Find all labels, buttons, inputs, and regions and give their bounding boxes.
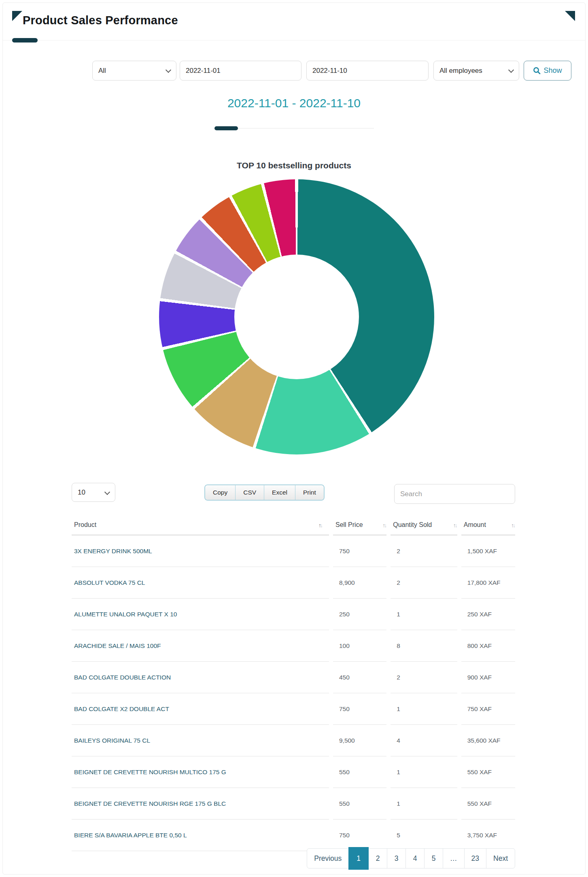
product-cell: 3X ENERGY DRINK 500ML (72, 535, 329, 567)
table-row: BAILEYS ORIGINAL 75 CL9,500435,600 XAF (72, 725, 515, 756)
value-cell: 4 (391, 725, 457, 756)
column-label: Sell Price (335, 521, 363, 528)
export-button-copy[interactable]: Copy (205, 485, 236, 500)
product-cell: ARACHIDE SALE / MAIS 100F (72, 630, 329, 662)
product-cell: BAD COLGATE DOUBLE ACTION (72, 662, 329, 693)
value-cell: 550 (333, 788, 386, 820)
chart-title: TOP 10 bestselling products (0, 161, 588, 170)
header-accent-bar (12, 38, 38, 42)
page-length-select[interactable]: 10 (72, 483, 115, 502)
table-row: 3X ENERGY DRINK 500ML75021,500 XAF (72, 535, 515, 567)
header-divider (3, 40, 585, 40)
employees-select-wrap: All employees (433, 61, 519, 81)
table-row: BEIGNET DE CREVETTE NOURISH MULTICO 175 … (72, 756, 515, 788)
export-button-csv[interactable]: CSV (236, 485, 264, 500)
value-cell: 550 (333, 756, 386, 788)
product-cell: BAILEYS ORIGINAL 75 CL (72, 725, 329, 756)
table-row: BIERE S/A BAVARIA APPLE BTE 0,50 L75053,… (72, 820, 515, 851)
page-button-23[interactable]: 23 (464, 848, 486, 869)
product-cell: BAD COLGATE X2 DOUBLE ACT (72, 693, 329, 725)
value-cell: 5 (391, 820, 457, 851)
donut-chart[interactable] (159, 179, 434, 454)
export-button-group: CopyCSVExcelPrint (204, 484, 325, 501)
column-label: Amount (464, 521, 486, 528)
value-cell: 8 (391, 630, 457, 662)
value-cell: 1 (391, 788, 457, 820)
sort-icon: ↑↓ (382, 522, 386, 529)
column-label: Product (74, 521, 96, 528)
table-row: ARACHIDE SALE / MAIS 100F1008800 XAF (72, 630, 515, 662)
column-header-amount[interactable]: Amount↑↓ (461, 517, 515, 535)
value-cell: 1 (391, 693, 457, 725)
page-button-4[interactable]: 4 (405, 848, 425, 869)
column-header-quantity-sold[interactable]: Quantity Sold↑↓ (391, 517, 457, 535)
value-cell: 17,800 XAF (461, 567, 515, 599)
value-cell: 9,500 (333, 725, 386, 756)
value-cell: 35,600 XAF (461, 725, 515, 756)
page-title: Product Sales Performance (23, 14, 178, 27)
product-cell: ABSOLUT VODKA 75 CL (72, 567, 329, 599)
range-divider (214, 128, 374, 129)
value-cell: 1 (391, 599, 457, 630)
value-cell: 750 (333, 693, 386, 725)
sort-icon: ↑↓ (453, 522, 456, 529)
page-button-2[interactable]: 2 (368, 848, 387, 869)
product-cell: BEIGNET DE CREVETTE NOURISH RGE 175 G BL… (72, 788, 329, 820)
value-cell: 2 (391, 567, 457, 599)
pagination-ellipsis: … (443, 848, 465, 869)
value-cell: 1 (391, 756, 457, 788)
date-to-input[interactable] (306, 61, 429, 81)
product-cell: BIERE S/A BAVARIA APPLE BTE 0,50 L (72, 820, 329, 851)
products-table: Product↑↓Sell Price↑↓Quantity Sold↑↓Amou… (68, 517, 519, 851)
table-header-row: Product↑↓Sell Price↑↓Quantity Sold↑↓Amou… (72, 517, 515, 535)
value-cell: 900 XAF (461, 662, 515, 693)
page-length-select-wrap: 10 (72, 483, 115, 503)
value-cell: 550 XAF (461, 756, 515, 788)
value-cell: 2 (391, 535, 457, 567)
search-icon (533, 67, 541, 74)
corner-triangle-icon (12, 11, 22, 21)
value-cell: 250 XAF (461, 599, 515, 630)
search-input[interactable] (394, 484, 515, 504)
date-from-input[interactable] (180, 61, 301, 81)
product-cell: ALUMETTE UNALOR PAQUET X 10 (72, 599, 329, 630)
previous-button[interactable]: Previous (307, 848, 349, 869)
value-cell: 8,900 (333, 567, 386, 599)
export-button-excel[interactable]: Excel (264, 485, 295, 500)
export-button-print[interactable]: Print (295, 485, 324, 500)
corner-triangle-icon (565, 11, 575, 21)
table-row: BAD COLGATE DOUBLE ACTION4502900 XAF (72, 662, 515, 693)
date-range-title: 2022-11-01 - 2022-11-10 (0, 96, 588, 110)
column-label: Quantity Sold (393, 521, 432, 528)
pagination: Previous12345…23Next (307, 847, 515, 870)
sort-icon: ↑↓ (318, 522, 322, 529)
range-accent-bar (214, 126, 238, 130)
value-cell: 1,500 XAF (461, 535, 515, 567)
value-cell: 2 (391, 662, 457, 693)
column-header-sell-price[interactable]: Sell Price↑↓ (333, 517, 386, 535)
value-cell: 250 (333, 599, 386, 630)
value-cell: 550 XAF (461, 788, 515, 820)
value-cell: 750 XAF (461, 693, 515, 725)
page-button-5[interactable]: 5 (424, 848, 443, 869)
page-button-1[interactable]: 1 (348, 847, 369, 870)
page-button-3[interactable]: 3 (387, 848, 406, 869)
next-button[interactable]: Next (486, 848, 515, 869)
value-cell: 800 XAF (461, 630, 515, 662)
category-select-wrap: All (92, 61, 176, 81)
sort-icon: ↑↓ (511, 522, 514, 529)
table-row: BEIGNET DE CREVETTE NOURISH RGE 175 G BL… (72, 788, 515, 820)
value-cell: 750 (333, 820, 386, 851)
value-cell: 750 (333, 535, 386, 567)
show-button[interactable]: Show (524, 61, 571, 81)
table-row: BAD COLGATE X2 DOUBLE ACT7501750 XAF (72, 693, 515, 725)
product-cell: BEIGNET DE CREVETTE NOURISH MULTICO 175 … (72, 756, 329, 788)
employees-select[interactable]: All employees (433, 61, 519, 81)
table-row: ABSOLUT VODKA 75 CL8,900217,800 XAF (72, 567, 515, 599)
value-cell: 3,750 XAF (461, 820, 515, 851)
show-button-label: Show (543, 66, 562, 75)
category-select[interactable]: All (92, 61, 176, 81)
value-cell: 100 (333, 630, 386, 662)
value-cell: 450 (333, 662, 386, 693)
column-header-product[interactable]: Product↑↓ (72, 517, 329, 535)
